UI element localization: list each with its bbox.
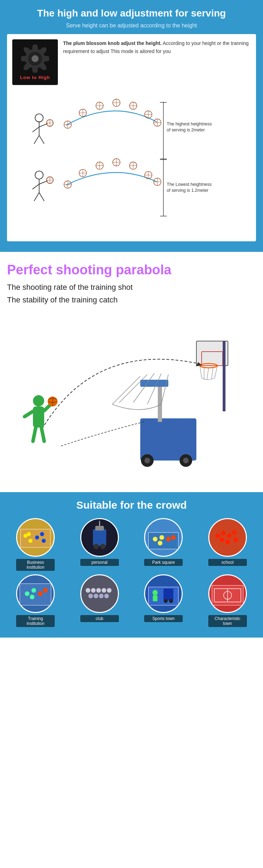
svg-point-129 [160, 535, 164, 540]
svg-point-161 [164, 599, 168, 603]
svg-line-93 [161, 374, 168, 404]
svg-line-16 [39, 124, 48, 127]
svg-point-84 [144, 458, 150, 463]
svg-point-149 [86, 588, 90, 593]
upper-person [32, 114, 53, 144]
crowd-label-personal: personal [80, 559, 119, 566]
crowd-grid: Business institution personal [5, 518, 258, 627]
svg-line-108 [33, 428, 36, 441]
svg-point-151 [96, 588, 101, 593]
svg-line-51 [34, 193, 39, 201]
svg-point-128 [153, 537, 157, 541]
svg-line-100 [207, 368, 209, 380]
crowd-img-park [145, 519, 182, 556]
crowd-label-school: school [208, 559, 247, 566]
svg-point-12 [32, 55, 39, 62]
svg-text:of serving is 2meter: of serving is 2meter [167, 128, 205, 132]
serving-top-row: Low to High The plum blossom knob adjust… [12, 39, 251, 85]
crowd-img-sports-town [145, 575, 182, 612]
crowd-item-park: Park square [133, 518, 194, 571]
crowd-item-sports-town: Sports town [133, 574, 194, 627]
svg-point-118 [40, 532, 44, 536]
svg-point-135 [221, 531, 225, 535]
svg-line-49 [32, 184, 39, 189]
svg-line-106 [25, 411, 33, 417]
svg-rect-133 [209, 519, 246, 556]
svg-point-157 [104, 594, 109, 598]
knob-desc-bold: The plum blossom knob adjust the height. [63, 40, 162, 46]
svg-rect-87 [158, 383, 162, 422]
svg-rect-124 [95, 526, 104, 530]
svg-point-144 [32, 588, 36, 593]
parabola-svg [7, 313, 256, 482]
crowd-label-characteristic: Characteristic town [208, 615, 247, 627]
crowd-label-sports-town: Sports town [144, 615, 183, 622]
svg-point-13 [35, 114, 43, 122]
crowd-title: Suitable for the crowd [5, 499, 258, 511]
svg-point-140 [225, 539, 230, 544]
crowd-item-club: club [69, 574, 130, 627]
svg-rect-160 [163, 589, 173, 600]
serving-title: The high and low adjustment for serving [7, 7, 256, 20]
svg-point-154 [88, 594, 93, 598]
crowd-circle-personal [80, 518, 119, 557]
svg-text:of serving is 1.2meter: of serving is 1.2meter [167, 188, 209, 193]
trajectory-svg: The highest heightness of serving is 2me… [12, 89, 251, 236]
svg-point-152 [101, 588, 106, 593]
svg-point-47 [35, 171, 43, 179]
svg-point-146 [38, 591, 43, 596]
svg-line-101 [211, 367, 213, 379]
svg-point-115 [28, 539, 32, 543]
crowd-label-club: club [80, 615, 119, 622]
svg-line-98 [200, 366, 202, 378]
parabola-title: Perfect shooting parabola [7, 262, 256, 278]
player-silhouette [25, 395, 58, 441]
crowd-img-school [209, 519, 246, 556]
svg-rect-88 [140, 380, 168, 387]
svg-line-89 [112, 376, 140, 404]
parabola-desc-line2: The stability of the training catch [7, 295, 118, 304]
svg-point-145 [30, 595, 34, 599]
crowd-item-business: Business institution [5, 518, 66, 571]
crowd-item-school: school [197, 518, 258, 571]
svg-point-116 [27, 532, 31, 536]
crowd-item-training: Training institution [5, 574, 66, 627]
svg-point-119 [42, 539, 46, 543]
svg-point-131 [166, 537, 171, 541]
svg-point-86 [183, 458, 189, 463]
crowd-item-personal: personal [69, 518, 130, 571]
svg-point-134 [215, 533, 220, 538]
crowd-img-characteristic [209, 575, 246, 612]
crowd-label-business: Business institution [16, 559, 55, 571]
svg-point-156 [99, 594, 103, 598]
knob-image: Low to High [12, 39, 58, 85]
crowd-img-club [81, 575, 118, 612]
svg-line-15 [32, 127, 39, 132]
svg-line-52 [39, 193, 44, 201]
svg-rect-82 [140, 418, 196, 461]
svg-point-150 [91, 588, 95, 593]
crowd-circle-training [16, 574, 55, 613]
parabola-description: The shooting rate of the training shot T… [7, 281, 256, 306]
knob-svg [21, 45, 49, 73]
crowd-item-characteristic: Characteristic town [197, 574, 258, 627]
crowd-label-training: Training institution [16, 615, 55, 627]
crowd-circle-club [80, 574, 119, 613]
knob-description: The plum blossom knob adjust the height.… [63, 39, 251, 55]
svg-rect-148 [81, 575, 118, 612]
svg-point-139 [234, 537, 238, 542]
crowd-label-park: Park square [144, 559, 183, 566]
svg-point-132 [171, 535, 176, 540]
crowd-circle-sports-town [144, 574, 183, 613]
svg-point-122 [94, 544, 99, 549]
svg-line-17 [34, 136, 39, 144]
svg-point-163 [153, 590, 158, 595]
svg-line-50 [39, 181, 48, 184]
svg-rect-96 [223, 341, 225, 411]
highest-label: The highest heightness [167, 122, 212, 126]
crowd-section: Suitable for the crowd Business instit [0, 492, 263, 638]
low-to-high-label: Low to High [20, 75, 50, 80]
serving-subtitle: Serve height can be adjusted according t… [7, 22, 256, 29]
svg-line-109 [41, 428, 44, 441]
svg-point-136 [220, 537, 224, 542]
